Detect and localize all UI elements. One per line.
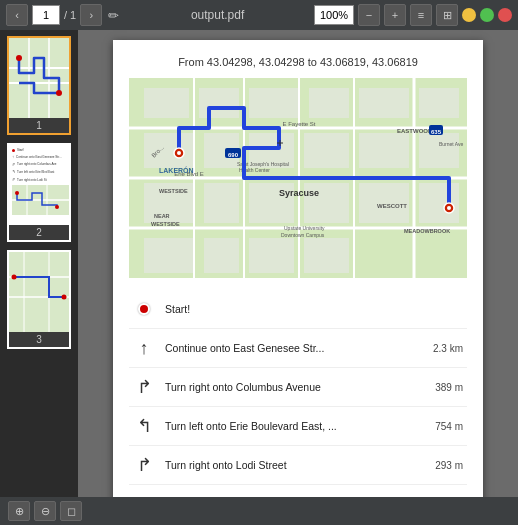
svg-point-18 (12, 275, 17, 280)
sidebar: 1 Start! ↑ Continue onto East Genesee St… (0, 30, 78, 497)
window-maximize-button[interactable] (480, 8, 494, 22)
thumb1-map-svg (9, 38, 69, 118)
svg-rect-13 (9, 252, 69, 332)
svg-rect-40 (144, 238, 194, 273)
page-1: From 43.04298, 43.04298 to 43.06819, 43.… (113, 40, 483, 497)
direction-row-4: ↱ Turn right onto Lodi Street 293 m (129, 446, 467, 485)
svg-rect-28 (144, 133, 194, 168)
start-dot (138, 303, 150, 315)
prev-page-button[interactable]: ‹ (6, 4, 28, 26)
thumb2-content: Start! ↑ Continue onto East Genesee Str.… (9, 145, 69, 225)
fit-page-button[interactable]: ◻ (60, 501, 82, 521)
thumb3-content (9, 252, 69, 332)
direction-row-1: ↑ Continue onto East Genesee Str... 2.3 … (129, 329, 467, 368)
titlebar: ‹ / 1 › ✏ output.pdf − + ≡ ⊞ (0, 0, 518, 30)
svg-rect-27 (419, 88, 459, 118)
svg-point-75 (447, 206, 451, 210)
direction-4-text: Turn right onto Lodi Street (165, 458, 413, 473)
svg-rect-35 (204, 183, 239, 223)
svg-rect-23 (199, 88, 239, 118)
direction-2-dist: 389 m (423, 382, 463, 393)
view-button[interactable]: ⊞ (436, 4, 458, 26)
svg-rect-43 (304, 238, 349, 273)
svg-point-19 (62, 295, 67, 300)
directions-list: Start! ↑ Continue onto East Genesee Str.… (129, 290, 467, 485)
svg-point-12 (55, 205, 59, 209)
page-thumb-1[interactable]: 1 (7, 36, 71, 135)
direction-1-dist: 2.3 km (423, 343, 463, 354)
page-sep: / 1 (64, 9, 76, 21)
svg-text:LAKERÓN: LAKERÓN (159, 166, 194, 174)
edit-button[interactable]: ✏ (106, 6, 121, 25)
direction-2-text: Turn right onto Columbus Avenue (165, 380, 413, 395)
svg-text:Upstate University: Upstate University (284, 225, 325, 231)
thumb3-map-svg (9, 252, 69, 332)
svg-point-5 (16, 55, 22, 61)
turn-right-2-icon: ↱ (133, 454, 155, 476)
window-close-button[interactable] (498, 8, 512, 22)
svg-text:Burnet Ave: Burnet Ave (439, 141, 464, 147)
svg-text:Syracuse: Syracuse (279, 188, 319, 198)
svg-point-6 (56, 90, 62, 96)
svg-rect-33 (419, 133, 459, 168)
window-minimize-button[interactable] (462, 8, 476, 22)
svg-text:E Fayette St: E Fayette St (282, 121, 315, 127)
menu-button[interactable]: ≡ (410, 4, 432, 26)
document-area: From 43.04298, 43.04298 to 43.06819, 43.… (78, 30, 518, 497)
nav-controls: ‹ / 1 › ✏ (6, 4, 121, 26)
svg-text:Downtown Campus: Downtown Campus (281, 232, 325, 238)
start-icon (133, 298, 155, 320)
main-map-svg: E Fayette St Erie Blvd E Bro... LAKERÓN … (129, 78, 467, 278)
thumb1-num: 1 (9, 118, 69, 133)
next-page-button[interactable]: › (80, 4, 102, 26)
thumb2-mini-map (12, 185, 69, 215)
direction-4-dist: 293 m (423, 460, 463, 471)
thumb1-content (9, 38, 69, 118)
svg-text:EASTWOOD: EASTWOOD (397, 128, 433, 134)
svg-point-11 (15, 191, 19, 195)
zoom-in-bottom-button[interactable]: ⊕ (8, 501, 30, 521)
main-area: 1 Start! ↑ Continue onto East Genesee St… (0, 30, 518, 497)
svg-rect-22 (144, 88, 189, 118)
turn-right-icon: ↱ (133, 376, 155, 398)
direction-row-3: ↰ Turn left onto Erie Boulevard East, ..… (129, 407, 467, 446)
window-title: output.pdf (125, 8, 310, 22)
svg-text:MEADOWBROOK: MEADOWBROOK (404, 228, 450, 234)
bottom-toolbar: ⊕ ⊖ ◻ (0, 497, 518, 525)
svg-text:635: 635 (431, 129, 442, 135)
svg-text:WESTSIDE: WESTSIDE (159, 188, 188, 194)
page-header: From 43.04298, 43.04298 to 43.06819, 43.… (129, 56, 467, 68)
svg-text:NEAR: NEAR (154, 213, 170, 219)
svg-text:WESTSIDE: WESTSIDE (151, 221, 180, 227)
titlebar-right-controls: − + ≡ ⊞ (314, 4, 512, 26)
direction-row-2: ↱ Turn right onto Columbus Avenue 389 m (129, 368, 467, 407)
main-map: E Fayette St Erie Blvd E Bro... LAKERÓN … (129, 78, 467, 278)
svg-point-73 (177, 151, 181, 155)
svg-rect-24 (249, 88, 299, 118)
straight-icon: ↑ (133, 337, 155, 359)
thumb3-num: 3 (9, 332, 69, 347)
zoom-out-bottom-button[interactable]: ⊖ (34, 501, 56, 521)
svg-rect-25 (309, 88, 349, 118)
svg-rect-31 (304, 133, 349, 168)
direction-3-dist: 754 m (423, 421, 463, 432)
direction-row-start: Start! (129, 290, 467, 329)
page-number-input[interactable] (32, 5, 60, 25)
svg-text:690: 690 (228, 152, 239, 158)
svg-rect-32 (359, 133, 409, 168)
page-thumb-2[interactable]: Start! ↑ Continue onto East Genesee Str.… (7, 143, 71, 242)
thumb2-num: 2 (9, 225, 69, 240)
direction-start-text: Start! (165, 302, 413, 317)
zoom-out-button[interactable]: − (358, 4, 380, 26)
page-thumb-3[interactable]: 3 (7, 250, 71, 349)
svg-rect-42 (249, 238, 294, 273)
svg-text:WESCOTT: WESCOTT (377, 203, 407, 209)
direction-1-text: Continue onto East Genesee Str... (165, 341, 413, 356)
zoom-input[interactable] (314, 5, 354, 25)
zoom-in-button[interactable]: + (384, 4, 406, 26)
turn-left-icon: ↰ (133, 415, 155, 437)
direction-3-text: Turn left onto Erie Boulevard East, ... (165, 419, 413, 434)
svg-rect-26 (359, 88, 409, 118)
svg-rect-39 (419, 183, 459, 223)
svg-rect-41 (204, 238, 239, 273)
